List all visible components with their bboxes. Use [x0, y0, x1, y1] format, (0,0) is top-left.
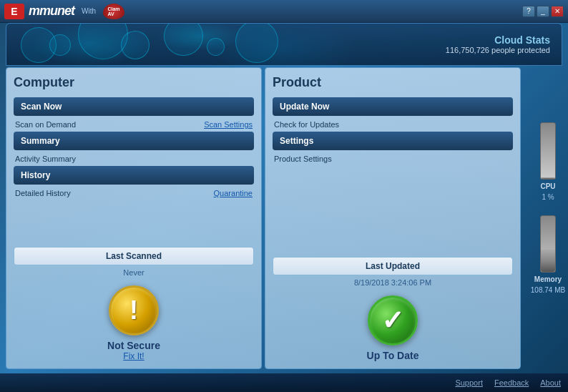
- history-item[interactable]: History: [14, 166, 254, 185]
- last-updated-value: 8/19/2018 3:24:06 PM: [354, 278, 431, 287]
- last-updated-section: Last Updated 8/19/2018 3:24:06 PM Up To …: [273, 257, 513, 361]
- warning-icon: [109, 285, 159, 335]
- footer: Support Feedback About: [0, 373, 568, 392]
- fix-it-link[interactable]: Fix It!: [123, 351, 144, 361]
- close-button[interactable]: ✕: [551, 6, 564, 17]
- spacer: [273, 166, 513, 257]
- cloud-stats: Cloud Stats 116,750,726 people protected: [446, 34, 550, 54]
- scan-now-sub: Scan on Demand Scan Settings: [14, 117, 254, 132]
- cloud-stats-count: 116,750,726 people protected: [446, 46, 550, 54]
- settings-sub: Product Settings: [273, 152, 513, 166]
- computer-panel-title: Computer: [14, 75, 254, 90]
- memory-gauge-bar: [540, 215, 556, 273]
- main-container: Cloud Stats 116,750,726 people protected…: [6, 23, 562, 372]
- summary-item[interactable]: Summary: [14, 132, 254, 150]
- quarantine-link[interactable]: Quarantine: [214, 189, 253, 197]
- cpu-gauge-bar: [540, 122, 556, 180]
- history-desc: Detailed History: [15, 189, 71, 197]
- up-to-date-text: Up To Date: [367, 350, 419, 361]
- summary-label: Summary: [21, 136, 247, 146]
- computer-panel: Computer Scan Now Scan on Demand Scan Se…: [6, 67, 262, 369]
- memory-gauge: Memory 108.74 MB: [531, 215, 565, 294]
- scan-settings-link[interactable]: Scan Settings: [204, 120, 253, 129]
- check-icon: [368, 295, 418, 346]
- about-link[interactable]: About: [540, 378, 561, 387]
- cpu-gauge-value: 1 %: [542, 193, 554, 201]
- minimize-button[interactable]: _: [537, 6, 549, 17]
- title-bar: E mmunet With ClamAV ? _ ✕: [0, 0, 568, 23]
- memory-gauge-value: 108.74 MB: [531, 286, 565, 294]
- history-sub: Detailed History Quarantine: [14, 186, 254, 200]
- settings-label: Settings: [280, 136, 506, 146]
- right-sidebar: CPU 1 % Memory 108.74 MB: [528, 44, 568, 372]
- cloud-stats-title: Cloud Stats: [446, 34, 550, 46]
- cloud-banner: Cloud Stats 116,750,726 people protected: [6, 23, 562, 66]
- product-panel-title: Product: [273, 75, 513, 90]
- feedback-link[interactable]: Feedback: [494, 378, 529, 387]
- help-button[interactable]: ?: [522, 6, 535, 17]
- product-panel: Product Update Now Check for Updates Set…: [265, 67, 521, 369]
- logo-text: mmunet: [29, 4, 74, 19]
- settings-item[interactable]: Settings: [273, 132, 513, 150]
- update-now-desc: Check for Updates: [274, 120, 339, 129]
- last-updated-bar: Last Updated: [273, 257, 513, 275]
- update-now-sub: Check for Updates: [273, 117, 513, 132]
- logo-icon: E: [4, 4, 24, 19]
- settings-desc: Product Settings: [274, 155, 332, 163]
- memory-gauge-fill: [541, 250, 555, 272]
- summary-sub: Activity Summary: [14, 152, 254, 166]
- last-scanned-value: Never: [123, 268, 144, 277]
- summary-desc: Activity Summary: [15, 155, 76, 163]
- cpu-gauge-label: CPU: [540, 182, 555, 190]
- support-link[interactable]: Support: [455, 378, 483, 387]
- window-controls: ? _ ✕: [522, 6, 564, 17]
- scan-now-label: Scan Now: [21, 102, 247, 112]
- update-now-item[interactable]: Update Now: [273, 97, 513, 116]
- product-status-icon-container: Up To Date: [367, 295, 419, 361]
- last-scanned-bar: Last Scanned: [14, 247, 254, 265]
- panels-row: Computer Scan Now Scan on Demand Scan Se…: [6, 67, 562, 369]
- clamav-logo: ClamAV: [103, 4, 124, 19]
- computer-status-icon-container: Not Secure Fix It!: [107, 285, 160, 361]
- update-now-label: Update Now: [280, 102, 506, 112]
- memory-gauge-label: Memory: [534, 275, 562, 283]
- history-label: History: [21, 170, 247, 180]
- not-secure-text: Not Secure: [107, 340, 160, 351]
- logo-area: E mmunet With ClamAV: [4, 4, 124, 19]
- scan-now-desc: Scan on Demand: [15, 120, 76, 129]
- cpu-gauge: CPU 1 %: [540, 122, 556, 201]
- last-scanned-section: Last Scanned Never Not Secure Fix It!: [14, 247, 254, 361]
- cpu-gauge-fill: [541, 177, 555, 179]
- scan-now-item[interactable]: Scan Now: [14, 97, 254, 116]
- logo-with-text: With: [82, 7, 96, 15]
